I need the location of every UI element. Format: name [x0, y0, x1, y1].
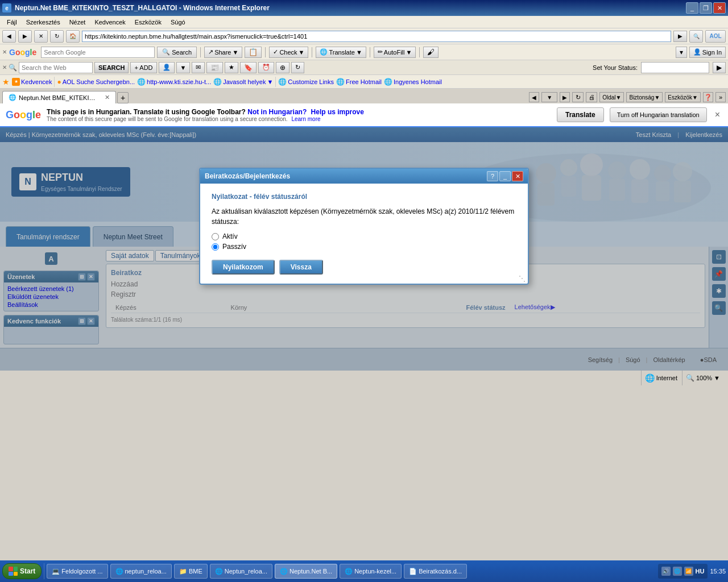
- widget-kedvenc-close-icon[interactable]: ✕: [87, 317, 95, 325]
- sidebar-icon-4[interactable]: 🔍: [712, 301, 726, 315]
- nav-tab-tanulmanyi[interactable]: Tanulmányi rendszer: [6, 226, 90, 247]
- sidebar-icon-3[interactable]: ✱: [712, 284, 726, 298]
- share-button[interactable]: ↗ Share ▼: [204, 47, 242, 58]
- signin-button[interactable]: 👤 Sign In: [689, 47, 726, 58]
- start-button[interactable]: Start: [2, 563, 42, 579]
- lehetosegek-link[interactable]: Lehetőségek▶: [515, 304, 555, 310]
- help-menu-button[interactable]: ❓: [703, 92, 713, 102]
- language-indicator[interactable]: HU: [696, 568, 705, 575]
- fav-item-ingyenes[interactable]: 🌐 Ingyenes Hotmail: [384, 78, 442, 86]
- dialog-resize-handle[interactable]: ⋱: [519, 275, 526, 281]
- status-input[interactable]: [641, 62, 709, 73]
- go-button[interactable]: ▶: [673, 31, 687, 42]
- help-improve-link[interactable]: Help us improve: [311, 108, 364, 116]
- settings-link[interactable]: Beállítások: [7, 301, 95, 309]
- learn-more-link[interactable]: Learn more: [291, 116, 320, 122]
- taskbar-btn-5[interactable]: 🌐 Neptun-kezel...: [340, 564, 402, 579]
- circle-icon-btn[interactable]: ⊕: [276, 62, 289, 73]
- close-toolbar-icon[interactable]: ✕: [2, 49, 7, 55]
- system-clock[interactable]: 15:35: [710, 568, 726, 575]
- google-search-input[interactable]: [41, 47, 155, 58]
- web-search-button[interactable]: SEARCH: [94, 62, 129, 73]
- minimize-button[interactable]: _: [686, 2, 698, 14]
- vissza-button[interactable]: Vissza: [279, 260, 323, 275]
- menu-tools[interactable]: Eszközök: [130, 18, 166, 27]
- tray-icon-sound[interactable]: 🔊: [661, 567, 671, 576]
- sidebar-icon-2[interactable]: 📌: [712, 267, 726, 281]
- tools-menu-button[interactable]: Eszközök▼: [665, 92, 701, 102]
- toolbar-settings-icon[interactable]: ▾: [676, 47, 687, 58]
- close-translation-bar-icon[interactable]: ×: [713, 110, 722, 120]
- stop-button[interactable]: ✕: [34, 30, 48, 43]
- bookmark-icon-btn[interactable]: 🔖: [240, 62, 257, 73]
- refresh-icon-btn[interactable]: ↻: [291, 62, 304, 73]
- user-name-link[interactable]: Teszt Kriszta: [636, 131, 671, 138]
- add-toolbar-button[interactable]: + ADD: [130, 62, 156, 73]
- translate-page-button[interactable]: Translate: [557, 107, 604, 122]
- refresh-button[interactable]: ↻: [50, 30, 64, 43]
- close-toolbar2-icon[interactable]: ✕: [2, 64, 7, 70]
- fav-item-javasolt[interactable]: 🌐 Javasolt helyek ▼: [213, 78, 273, 86]
- translate-toolbar-button[interactable]: 🌐 Translate ▼: [316, 47, 366, 58]
- tab-prev-button[interactable]: ◀: [529, 92, 539, 102]
- taskbar-btn-3[interactable]: 🌐 Neptun_reloa...: [210, 564, 272, 579]
- tray-icon-network[interactable]: 🌐: [673, 567, 682, 576]
- aol-button[interactable]: AOL: [705, 30, 726, 43]
- security-button[interactable]: Biztonság▼: [626, 92, 663, 102]
- taskbar-btn-1[interactable]: 🌐 neptun_reloa...: [110, 564, 172, 579]
- status-submit-btn[interactable]: ▶: [713, 62, 726, 73]
- new-tab-button[interactable]: +: [117, 92, 129, 103]
- refresh-page-button[interactable]: ↻: [572, 92, 584, 102]
- restore-button[interactable]: ❐: [700, 2, 712, 14]
- star-icon-btn[interactable]: ★: [225, 62, 238, 73]
- logout-link[interactable]: Kijelentkezés: [685, 131, 722, 138]
- close-button[interactable]: ✕: [713, 2, 726, 14]
- dialog-help-button[interactable]: ?: [487, 171, 498, 181]
- arrow-down-btn[interactable]: ▼: [176, 62, 191, 73]
- widget-expand-icon[interactable]: ⊞: [78, 273, 86, 281]
- menu-favorites[interactable]: Kedvencek: [90, 18, 130, 27]
- fav-item-customize[interactable]: 🌐 Customize Links: [278, 78, 334, 86]
- dialog-close-button[interactable]: ✕: [512, 171, 523, 181]
- widget-close-icon[interactable]: ✕: [87, 273, 95, 281]
- inbox-link[interactable]: Beérkezett üzenetek (1): [7, 285, 95, 293]
- web-search-input[interactable]: [19, 62, 93, 73]
- menu-help[interactable]: Súgó: [166, 18, 190, 27]
- mail-icon-btn[interactable]: ✉: [192, 62, 205, 73]
- paint-icon-button[interactable]: 🖌: [423, 47, 439, 58]
- fav-item-hotmail[interactable]: 🌐 Free Hotmail: [336, 78, 382, 86]
- news-icon-btn[interactable]: 📰: [206, 62, 223, 73]
- dialog-minimize-button[interactable]: _: [499, 171, 511, 181]
- fav-item-kedvencek[interactable]: ★ Kedvencek: [12, 78, 52, 86]
- tab-sajat-adatok[interactable]: Saját adatok: [106, 250, 154, 261]
- home-button[interactable]: 🏠: [66, 30, 80, 43]
- address-input[interactable]: [82, 31, 671, 42]
- print-button[interactable]: 🖨: [586, 92, 597, 102]
- radio-aktiv-input[interactable]: [212, 233, 219, 240]
- footer-sugo[interactable]: Súgó: [626, 356, 640, 363]
- page-menu-button[interactable]: Oldal▼: [599, 92, 624, 102]
- search-button-addr[interactable]: 🔍: [689, 30, 703, 43]
- clock-icon-btn[interactable]: ⏰: [258, 62, 274, 73]
- fav-item-aol[interactable]: ● AOL Suche Suchergebn...: [57, 78, 135, 86]
- footer-segitseg[interactable]: Segítség: [588, 356, 613, 363]
- tray-icon-signal[interactable]: 📶: [684, 567, 693, 576]
- menu-file[interactable]: Fájl: [2, 18, 22, 27]
- toolbar-icon1[interactable]: 📋: [245, 47, 262, 58]
- nav-tab-meetstreet[interactable]: Neptun Meet Street: [93, 226, 173, 247]
- radio-aktiv[interactable]: Aktív: [212, 232, 516, 240]
- tab-next-button[interactable]: ▶: [560, 92, 570, 102]
- check-button[interactable]: ✓ Check ▼: [269, 47, 308, 58]
- not-hungarian-link[interactable]: Not in Hungarian?: [247, 108, 307, 116]
- menu-edit[interactable]: Szerkesztés: [22, 18, 65, 27]
- google-search-button[interactable]: 🔍 Search: [157, 47, 197, 58]
- tab-tanulmanyok[interactable]: Tanulmányok: [155, 250, 206, 261]
- footer-oldalterkep[interactable]: Oldaltérkép: [653, 356, 685, 363]
- taskbar-btn-0[interactable]: 💻 Feldolgozott ...: [47, 564, 107, 579]
- back-button[interactable]: ◀: [2, 30, 16, 43]
- expand-button[interactable]: »: [715, 92, 726, 102]
- fav-item-kti[interactable]: 🌐 http-www.kti.szie.hu-t...: [137, 78, 211, 86]
- person-icon-button[interactable]: 👤: [159, 62, 175, 73]
- taskbar-btn-6[interactable]: 📄 Beiratkozás.d...: [404, 564, 467, 579]
- taskbar-btn-2[interactable]: 📁 BME: [174, 564, 208, 579]
